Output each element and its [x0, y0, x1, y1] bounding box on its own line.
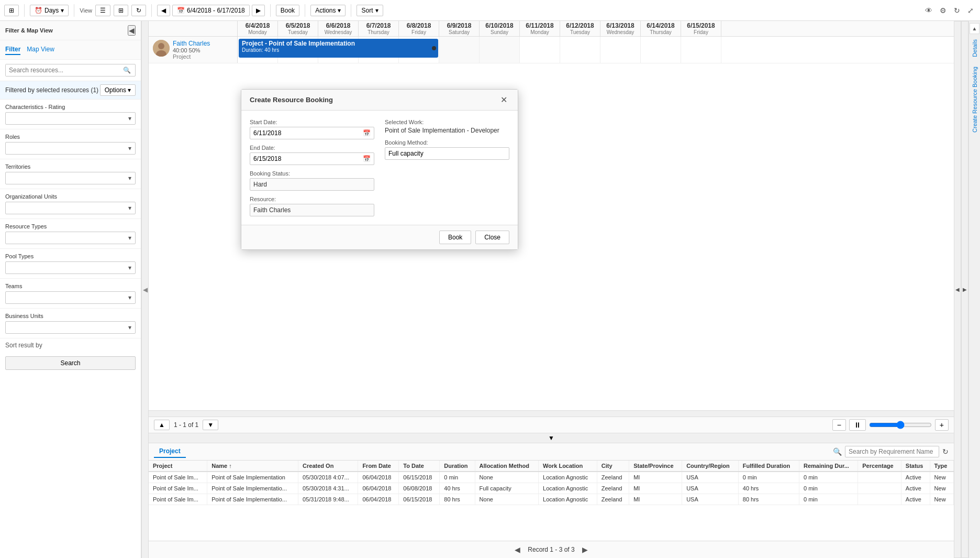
- bottom-refresh-btn[interactable]: ↻: [942, 447, 949, 456]
- col-header-7[interactable]: Work Location: [539, 461, 597, 472]
- grid-view-btn[interactable]: ⊞: [114, 5, 128, 16]
- filter-select-business_units[interactable]: [5, 321, 136, 334]
- filter-select-characteristics[interactable]: [5, 112, 136, 125]
- filter-status-text: Filtered by selected resources (1): [5, 86, 98, 94]
- dialog-close-btn[interactable]: ✕: [498, 95, 509, 105]
- rec-prev-btn[interactable]: ◀: [511, 544, 524, 555]
- col-header-11[interactable]: Fulfilled Duration: [738, 461, 799, 472]
- filter-select-pool_types[interactable]: [5, 261, 136, 274]
- bottom-project-tab[interactable]: Project: [154, 445, 186, 458]
- zoom-in-btn[interactable]: +: [935, 419, 949, 431]
- bottom-table-wrap[interactable]: ProjectName ↑Created OnFrom DateTo DateD…: [149, 461, 954, 541]
- view-toggle-btn[interactable]: ⊞: [4, 5, 19, 16]
- filter-select-teams[interactable]: [5, 291, 136, 304]
- day-cell-0-7[interactable]: [520, 37, 560, 63]
- col-header-5[interactable]: Duration: [440, 461, 475, 472]
- day-cell-0-9[interactable]: [600, 37, 641, 63]
- col-header-9[interactable]: State/Province: [629, 461, 682, 472]
- actions-btn[interactable]: Actions ▾: [310, 5, 346, 16]
- day-date-6: 6/10/2018: [482, 22, 517, 29]
- col-header-3[interactable]: From Date: [358, 461, 399, 472]
- filter-select-roles[interactable]: [5, 142, 136, 155]
- filter-select-territories[interactable]: [5, 172, 136, 184]
- filter-select-org_units[interactable]: [5, 202, 136, 214]
- gear-icon-btn[interactable]: ⚙: [938, 4, 949, 17]
- day-cell-0-5[interactable]: [439, 37, 480, 63]
- day-cell-0-11[interactable]: [681, 37, 721, 63]
- left-collapse-handle[interactable]: ◀: [141, 21, 149, 558]
- resource-search-input[interactable]: [6, 64, 119, 76]
- day-cell-0-6[interactable]: [480, 37, 520, 63]
- days-btn[interactable]: ⏰ Days ▾: [30, 5, 69, 16]
- col-header-10[interactable]: Country/Region: [682, 461, 739, 472]
- col-header-14[interactable]: Status: [901, 461, 930, 472]
- dialog-footer: Book Close: [241, 225, 518, 249]
- cell-2-14[interactable]: Active: [901, 494, 930, 505]
- cell-1-0[interactable]: Point of Sale Im...: [149, 483, 207, 494]
- pause-btn[interactable]: ⏸: [849, 419, 866, 431]
- eye-icon-btn[interactable]: 👁: [923, 4, 934, 17]
- dialog-book-btn[interactable]: Book: [439, 231, 471, 244]
- page-down-btn[interactable]: ▼: [203, 420, 218, 430]
- refresh-btn[interactable]: ↻: [131, 5, 146, 16]
- search-execute-btn[interactable]: Search: [5, 356, 136, 370]
- cell-0-1[interactable]: Point of Sale Implementation: [207, 472, 298, 483]
- zoom-slider[interactable]: [869, 421, 932, 429]
- prev-date-btn[interactable]: ◀: [157, 5, 170, 16]
- sort-result-label: Sort result by: [5, 342, 42, 349]
- resource-col-header: [149, 21, 238, 36]
- rec-next-btn[interactable]: ▶: [579, 544, 591, 555]
- booking-bar-0[interactable]: Project - Point of Sale Implementation D…: [239, 39, 438, 58]
- record-info: Record 1 - 3 of 3: [528, 546, 574, 553]
- create-resource-booking-label[interactable]: Create Resource Booking: [971, 62, 979, 137]
- day-date-0: 6/4/2018: [240, 22, 275, 29]
- book-btn[interactable]: Book: [276, 5, 299, 16]
- col-header-1[interactable]: Name ↑: [207, 461, 298, 472]
- col-header-0[interactable]: Project: [149, 461, 207, 472]
- col-header-2[interactable]: Created On: [298, 461, 358, 472]
- bottom-panel-header: Project 🔍 ↻: [149, 443, 954, 461]
- booking-method-select[interactable]: Full capacityPercentage capacityRemainin…: [385, 147, 509, 160]
- filter-select-resource_types[interactable]: [5, 232, 136, 244]
- scroll-x-bar[interactable]: [149, 410, 954, 417]
- left-panel-collapse-btn[interactable]: ◀: [128, 25, 136, 36]
- next-date-btn[interactable]: ▶: [252, 5, 265, 16]
- col-header-13[interactable]: Percentage: [858, 461, 901, 472]
- resource-search-btn[interactable]: 🔍: [119, 64, 135, 76]
- cell-1-14[interactable]: Active: [901, 483, 930, 494]
- filter-tab[interactable]: Filter: [5, 45, 20, 55]
- expand-icon-btn[interactable]: ⤢: [965, 4, 976, 17]
- expand-handle[interactable]: ▼: [149, 433, 954, 443]
- list-view-btn[interactable]: ☰: [95, 5, 110, 16]
- right-collapse-right[interactable]: ▶: [961, 21, 968, 558]
- zoom-out-btn[interactable]: −: [832, 419, 846, 431]
- end-date-input[interactable]: 6/15/2018 📅: [250, 152, 374, 165]
- dialog-close-action-btn[interactable]: Close: [475, 231, 509, 244]
- options-btn[interactable]: Options ▾: [100, 84, 136, 96]
- details-label[interactable]: Details: [971, 35, 979, 61]
- refresh2-icon-btn[interactable]: ↻: [952, 4, 962, 17]
- day-cell-0-8[interactable]: [560, 37, 600, 63]
- page-up-btn[interactable]: ▲: [154, 420, 170, 430]
- cell-2-0[interactable]: Point of Sale Im...: [149, 494, 207, 505]
- right-sidebar-up-btn[interactable]: ▲: [970, 23, 980, 34]
- date-range-badge[interactable]: 📅 6/4/2018 - 6/17/2018: [172, 5, 250, 16]
- cell-2-1[interactable]: Point of Sale Implementatio...: [207, 494, 298, 505]
- col-header-4[interactable]: To Date: [399, 461, 440, 472]
- cell-0-14[interactable]: Active: [901, 472, 930, 483]
- col-header-8[interactable]: City: [597, 461, 629, 472]
- day-cell-0-10[interactable]: [641, 37, 681, 63]
- map-view-tab[interactable]: Map View: [27, 45, 54, 55]
- bottom-search-input[interactable]: [845, 446, 939, 457]
- col-header-15[interactable]: Type: [930, 461, 953, 472]
- col-header-12[interactable]: Remaining Dur...: [799, 461, 858, 472]
- start-date-input[interactable]: 6/11/2018 📅: [250, 127, 374, 139]
- table-row-2: Point of Sale Im...Point of Sale Impleme…: [149, 494, 954, 505]
- sort-btn[interactable]: Sort ▾: [357, 5, 383, 16]
- right-collapse-left[interactable]: ◀: [954, 21, 961, 558]
- cell-1-1[interactable]: Point of Sale Implementatio...: [207, 483, 298, 494]
- col-header-6[interactable]: Allocation Method: [475, 461, 539, 472]
- resource-name-0[interactable]: Faith Charles: [173, 40, 233, 47]
- day-cell-0-0[interactable]: 8 Project - Point of Sale Implementation…: [238, 37, 278, 63]
- cell-0-0[interactable]: Point of Sale Im...: [149, 472, 207, 483]
